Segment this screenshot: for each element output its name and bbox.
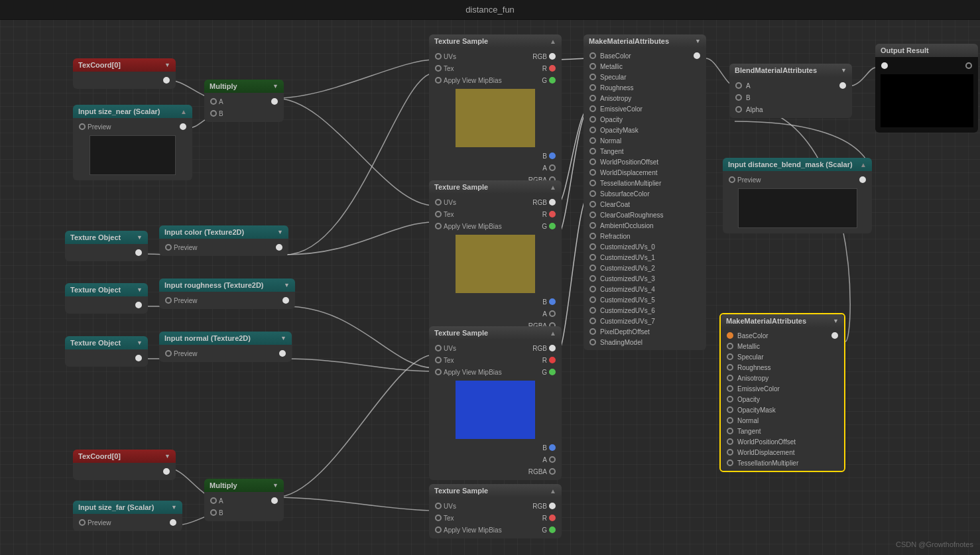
input-color-header[interactable]: Input color (Texture2D) ▼ [159, 225, 288, 239]
output-result-header[interactable]: Output Result [875, 44, 978, 57]
a-out-pin [549, 310, 556, 317]
dropdown-arrow[interactable]: ▼ [284, 282, 290, 288]
clearcoat-in [589, 201, 596, 208]
dropdown-arrow[interactable]: ▼ [164, 453, 170, 460]
mipbias-pin [435, 526, 442, 533]
a-blend-row: A [729, 80, 852, 92]
b-pin [549, 444, 556, 451]
expand-arrow[interactable]: ▲ [860, 161, 867, 168]
tex-sample-1-body: UVs RGB Tex R Apply View MipBias G B A R… [429, 48, 562, 188]
a-out-pin [549, 456, 556, 463]
input-dist-blend-header[interactable]: Input distance_blend_mask (Scalar) ▲ [723, 158, 872, 171]
dropdown-arrow[interactable]: ▼ [137, 286, 143, 293]
basecolor-out [694, 52, 700, 59]
output-pin [279, 350, 286, 357]
tex-sample-3-node: Texture Sample ▲ UVs RGB Tex R Apply Vie… [429, 326, 562, 480]
dropdown-arrow[interactable]: ▼ [164, 62, 170, 68]
mma-right-node: MakeMaterialAttributes ▼ BaseColor Metal… [719, 313, 845, 472]
basecolor-in [589, 52, 596, 59]
pdepth-row: PixelDepthOffset [583, 326, 706, 337]
b-row: B [204, 107, 284, 119]
preview-row: Preview [159, 241, 288, 253]
dropdown-arrow[interactable]: ▼ [273, 482, 278, 489]
rgba-pin [549, 468, 556, 475]
b-pin [210, 509, 217, 516]
anisotropy-in [589, 95, 596, 101]
a-out-pin [271, 98, 278, 105]
expand-arrow[interactable]: ▲ [550, 184, 556, 191]
input-color-body: Preview [159, 239, 288, 256]
preview-row: Preview [73, 121, 192, 133]
opacity-in [589, 116, 596, 123]
expand-arrow[interactable]: ▲ [180, 108, 187, 115]
tex-in-pin [435, 211, 442, 217]
r-pin [549, 211, 556, 217]
texture-obj-3-header[interactable]: Texture Object ▼ [65, 336, 148, 349]
uvs-row: UVs RGB [429, 500, 562, 512]
preview-area [90, 135, 176, 175]
multiply-top-header[interactable]: Multiply ▼ [204, 80, 284, 93]
b-pin [549, 153, 556, 159]
dropdown-arrow[interactable]: ▼ [171, 504, 177, 511]
pdepth-in [589, 328, 596, 335]
ao-row: AmbientOcclusion [583, 220, 706, 231]
dropdown-arrow[interactable]: ▼ [137, 234, 143, 241]
uvs-row: UVs RGB [429, 50, 562, 62]
input-color-node: Input color (Texture2D) ▼ Preview [159, 225, 288, 256]
output-pin [163, 468, 170, 475]
mma-right-header[interactable]: MakeMaterialAttributes ▼ [721, 314, 844, 328]
opacitymask-in [589, 127, 596, 133]
b-row: B [429, 296, 562, 308]
tex-sample-3-header[interactable]: Texture Sample ▲ [429, 326, 562, 339]
input-normal-header[interactable]: Input normal (Texture2D) ▼ [159, 332, 292, 345]
preview-pin [165, 297, 172, 304]
dropdown-arrow[interactable]: ▼ [280, 335, 286, 341]
output-in-pin [881, 62, 888, 69]
dropdown-arrow[interactable]: ▼ [695, 38, 701, 44]
output-row [65, 247, 148, 259]
blend-mat-header[interactable]: BlendMaterialAttributes ▼ [729, 64, 852, 77]
tex-sample-4-header[interactable]: Texture Sample ▲ [429, 484, 562, 497]
tangent-row: Tangent [583, 146, 706, 156]
texture-obj-2-node: Texture Object ▼ [65, 283, 148, 314]
expand-arrow[interactable]: ▲ [550, 487, 556, 495]
dropdown-arrow[interactable]: ▼ [833, 318, 839, 324]
dropdown-arrow[interactable]: ▼ [277, 229, 283, 235]
dropdown-arrow[interactable]: ▼ [137, 339, 143, 346]
input-normal-body: Preview [159, 345, 292, 362]
refraction-in [589, 233, 596, 239]
tangent-in [589, 148, 596, 154]
input-size-near-header[interactable]: Input size_near (Scalar) ▲ [73, 105, 192, 118]
emissive-in2 [727, 385, 733, 392]
texture-obj-1-header[interactable]: Texture Object ▼ [65, 231, 148, 244]
refraction-row: Refraction [583, 231, 706, 241]
dropdown-arrow[interactable]: ▼ [273, 83, 278, 90]
texcoord-bottom-header[interactable]: TexCoord[0] ▼ [73, 450, 176, 463]
expand-arrow[interactable]: ▲ [550, 330, 556, 337]
tex-sample-2-header[interactable]: Texture Sample ▲ [429, 180, 562, 194]
b-row: B [429, 442, 562, 454]
mma-left-node: MakeMaterialAttributes ▼ BaseColor Metal… [583, 34, 706, 350]
multiply-bottom-header[interactable]: Multiply ▼ [204, 479, 284, 492]
dropdown-arrow[interactable]: ▼ [841, 67, 847, 74]
mma-left-header[interactable]: MakeMaterialAttributes ▼ [583, 34, 706, 48]
texcoord-top-header[interactable]: TexCoord[0] ▼ [73, 58, 176, 72]
tex-sample-4-body: UVs RGB Tex R Apply View MipBias G [429, 497, 562, 538]
input-roughness-header[interactable]: Input roughness (Texture2D) ▼ [159, 278, 295, 292]
tex-sample-2-body: UVs RGB Tex R Apply View MipBias G B A R… [429, 194, 562, 334]
tex-preview-2 [456, 235, 535, 293]
uv1-row: CustomizedUVs_1 [583, 252, 706, 263]
clearcoat-row: ClearCoat [583, 199, 706, 210]
texture-obj-2-header[interactable]: Texture Object ▼ [65, 283, 148, 296]
uv2-row: CustomizedUVs_2 [583, 263, 706, 273]
roughness-in [589, 84, 596, 91]
preview-pin [79, 519, 86, 526]
anisotropy-row: Anisotropy [583, 93, 706, 103]
input-size-far-header[interactable]: Input size_far (Scalar) ▼ [73, 501, 182, 514]
tex-sample-1-header[interactable]: Texture Sample ▲ [429, 34, 562, 48]
expand-arrow[interactable]: ▲ [550, 38, 556, 45]
aniso-row: Anisotropy [721, 373, 844, 383]
b-pin [549, 298, 556, 305]
preview-pin [165, 350, 172, 357]
preview-pin2 [729, 176, 735, 183]
